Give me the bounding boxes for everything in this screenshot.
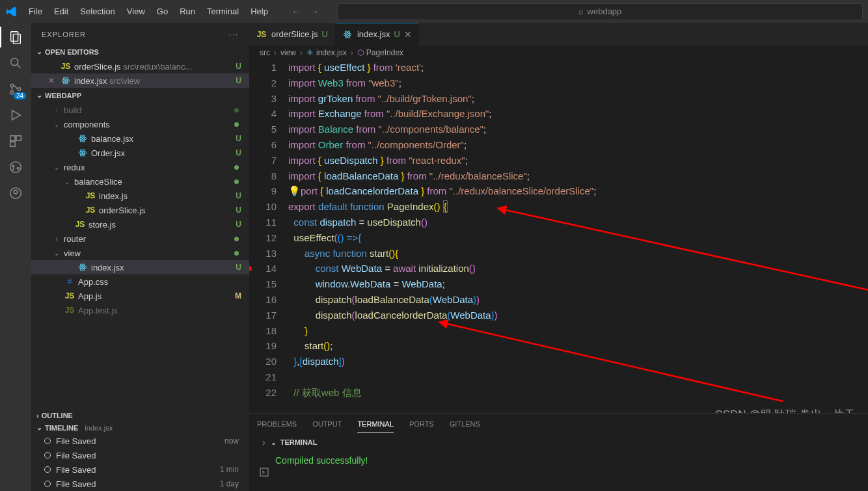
tree-item[interactable]: JSApp.jsM xyxy=(31,289,249,303)
menu-terminal[interactable]: Terminal xyxy=(202,3,244,20)
panel-tab[interactable]: TERMINAL xyxy=(357,416,394,432)
panel-tabs: PROBLEMSOUTPUTTERMINALPORTSGITLENS xyxy=(249,414,868,434)
search-icon: ⌕ xyxy=(578,7,584,16)
svg-point-36 xyxy=(347,34,348,35)
tree-item[interactable]: ⌄view xyxy=(31,246,249,260)
menu-selection[interactable]: Selection xyxy=(75,3,120,20)
search-text: webdapp xyxy=(588,7,622,16)
bottom-panel: PROBLEMSOUTPUTTERMINALPORTSGITLENS › ⌄TE… xyxy=(249,413,868,491)
timeline-header[interactable]: ⌄TIMELINE index.jsx xyxy=(31,421,249,434)
menu-view[interactable]: View xyxy=(122,3,150,20)
svg-point-28 xyxy=(82,152,83,153)
open-editor-item[interactable]: ✕index.jsx src\viewU xyxy=(31,73,249,88)
open-editor-item[interactable]: JSorderSlice.js src\redux\balanc...U xyxy=(31,59,249,73)
nav-arrows: ← → xyxy=(292,7,319,16)
debug-icon[interactable] xyxy=(7,106,25,124)
tree-item[interactable]: JSstore.jsU xyxy=(31,217,249,232)
svg-rect-0 xyxy=(11,32,18,42)
titlebar: File Edit Selection View Go Run Terminal… xyxy=(0,0,868,23)
terminal-body[interactable]: › ⌄TERMINAL Compiled successfully! xyxy=(249,434,868,491)
svg-rect-8 xyxy=(10,136,15,140)
scm-badge: 24 xyxy=(14,92,26,100)
sidebar: EXPLORER ··· ⌄OPEN EDITORS JSorderSlice.… xyxy=(31,23,249,491)
menu-go[interactable]: Go xyxy=(152,3,173,20)
tree-item[interactable]: balance.jsxU xyxy=(31,131,249,146)
tree-item[interactable]: ⌄redux xyxy=(31,160,249,174)
editor-tab[interactable]: JSorderSlice.jsU xyxy=(249,23,335,46)
tree-item[interactable]: JSindex.jsU xyxy=(31,189,249,203)
panel-tab[interactable]: OUTPUT xyxy=(312,416,342,432)
svg-line-3 xyxy=(18,65,21,68)
code-editor[interactable]: 12345678910111213141516171819202122 impo… xyxy=(249,60,868,413)
open-editors-header[interactable]: ⌄OPEN EDITORS xyxy=(31,46,249,58)
menu-help[interactable]: Help xyxy=(245,3,273,20)
tree-item[interactable]: JSorderSlice.jsU xyxy=(31,203,249,217)
editor-tab[interactable]: index.jsxU✕ xyxy=(335,23,419,46)
svg-point-16 xyxy=(14,190,18,194)
svg-rect-9 xyxy=(16,136,21,140)
git-icon[interactable] xyxy=(7,158,25,176)
svg-point-4 xyxy=(10,84,14,87)
svg-rect-10 xyxy=(10,142,15,146)
tree-item[interactable]: ⌄balanceSlice xyxy=(31,174,249,189)
sidebar-header: EXPLORER ··· xyxy=(31,23,249,46)
svg-point-11 xyxy=(10,162,21,173)
more-icon[interactable]: ··· xyxy=(229,31,239,38)
activity-bar: 24 xyxy=(0,23,31,491)
account-icon[interactable] xyxy=(7,184,25,202)
editor-group: JSorderSlice.jsUindex.jsxU✕ src›view›⚛in… xyxy=(249,23,868,491)
back-icon[interactable]: ← xyxy=(292,7,300,16)
timeline-item[interactable]: File Savednow xyxy=(31,434,249,448)
outline-header[interactable]: ›OUTLINE xyxy=(31,410,249,421)
explorer-title: EXPLORER xyxy=(42,31,86,38)
svg-point-13 xyxy=(17,167,19,169)
svg-point-32 xyxy=(82,267,83,268)
svg-rect-1 xyxy=(13,34,20,44)
svg-point-6 xyxy=(18,88,21,91)
search-sidebar-icon[interactable] xyxy=(7,54,25,72)
svg-point-5 xyxy=(10,91,14,94)
menu-edit[interactable]: Edit xyxy=(49,3,74,20)
svg-point-2 xyxy=(11,59,18,66)
forward-icon[interactable]: → xyxy=(310,7,319,16)
svg-point-24 xyxy=(82,138,83,139)
workspace-header[interactable]: ⌄WEBDAPP xyxy=(31,89,249,101)
svg-point-15 xyxy=(10,188,21,199)
panel-tab[interactable]: PORTS xyxy=(409,416,434,432)
tree-item[interactable]: JSApp.test.js xyxy=(31,303,249,317)
terminal-output: Compiled successfully! xyxy=(262,455,855,466)
vscode-logo-icon xyxy=(5,5,18,18)
svg-marker-7 xyxy=(12,111,21,120)
scm-icon[interactable]: 24 xyxy=(7,80,25,98)
menu-run[interactable]: Run xyxy=(174,3,200,20)
watermark: CSDN @跟 耿瑞 卷出一片天 xyxy=(714,407,855,413)
tree-item[interactable]: ›router xyxy=(31,232,249,246)
svg-point-20 xyxy=(65,80,66,81)
timeline-item[interactable]: File Saved1 day xyxy=(31,477,249,491)
tree-item[interactable]: index.jsxU xyxy=(31,260,249,274)
editor-tabs: JSorderSlice.jsUindex.jsxU✕ xyxy=(249,23,868,46)
tree-item[interactable]: #App.css xyxy=(31,274,249,289)
tree-item[interactable]: Order.jsxU xyxy=(31,146,249,160)
extensions-icon[interactable] xyxy=(7,132,25,150)
timeline-item[interactable]: File Saved xyxy=(31,448,249,462)
panel-tab[interactable]: PROBLEMS xyxy=(257,416,297,432)
explorer-icon[interactable] xyxy=(7,28,25,46)
menubar: File Edit Selection View Go Run Terminal… xyxy=(23,3,273,20)
tree-item[interactable]: ⌄components xyxy=(31,117,249,131)
breadcrumbs[interactable]: src›view›⚛index.jsx›⬡PageIndex xyxy=(249,46,868,60)
menu-file[interactable]: File xyxy=(23,3,47,20)
timeline-item[interactable]: File Saved1 min xyxy=(31,462,249,477)
search-box[interactable]: ⌕ webdapp xyxy=(337,3,863,20)
panel-tab[interactable]: GITLENS xyxy=(450,416,480,432)
tree-item[interactable]: ›build xyxy=(31,103,249,117)
